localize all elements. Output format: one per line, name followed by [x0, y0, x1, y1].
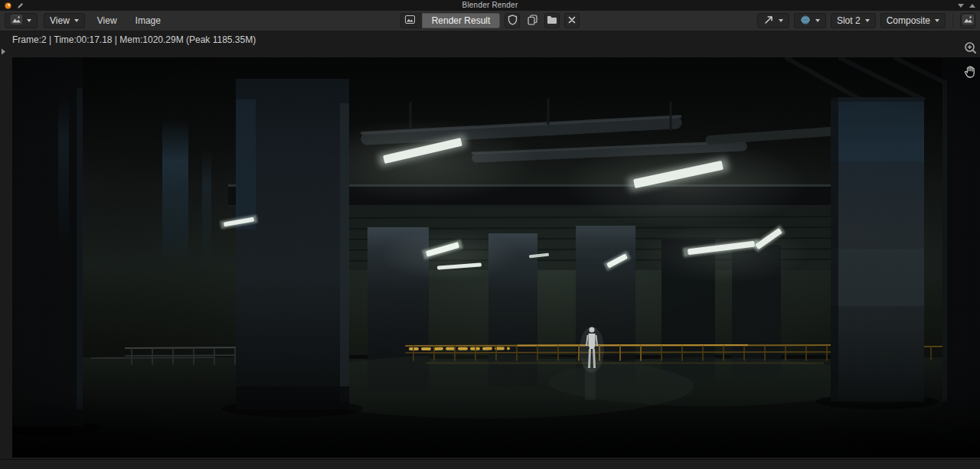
folder-icon: [547, 15, 557, 27]
image-browse-button[interactable]: [400, 13, 422, 28]
render-info-text: Frame:2 | Time:00:17.18 | Mem:1020.29M (…: [12, 34, 256, 45]
editor-type-dropdown[interactable]: [5, 13, 38, 28]
chevron-down-icon: [74, 19, 79, 22]
menu-image[interactable]: Image: [129, 15, 167, 26]
gizmos-dropdown[interactable]: [757, 13, 789, 28]
chevron-down-icon: [935, 19, 939, 22]
window-shade-up-icon[interactable]: [969, 4, 975, 8]
menu-view[interactable]: View: [91, 15, 123, 26]
render-pass-dropdown[interactable]: Composite: [880, 13, 946, 28]
image-datablock: Render Result: [400, 13, 501, 28]
chevron-down-icon: [815, 19, 820, 22]
image-editor-header: View View Image Render Result: [0, 11, 980, 31]
chevron-down-icon: [865, 19, 870, 22]
gizmo-arrow-icon: [763, 15, 774, 28]
fake-user-button[interactable]: [505, 13, 520, 28]
status-bar: [0, 459, 980, 469]
titlebar: Blender Render: [0, 0, 980, 11]
shield-icon: [508, 15, 518, 28]
image-name-field[interactable]: Render Result: [422, 13, 501, 28]
open-image-button[interactable]: [544, 13, 560, 28]
hand-icon[interactable]: [963, 64, 977, 78]
render-slot-label: Slot 2: [837, 15, 861, 26]
close-x-icon: [568, 15, 576, 26]
image-editor-icon: [11, 15, 22, 27]
edit-pencil-icon: [17, 0, 24, 12]
display-channels-dropdown[interactable]: [794, 13, 826, 28]
unlink-image-button[interactable]: [564, 13, 580, 28]
expand-arrow-icon[interactable]: [1, 44, 6, 58]
image-icon: [962, 15, 974, 27]
mode-dropdown-label: View: [50, 15, 70, 26]
window-shade-down-icon[interactable]: [958, 4, 964, 8]
rendered-image: [12, 57, 980, 458]
new-image-button[interactable]: [524, 13, 540, 28]
chevron-down-icon: [779, 19, 783, 22]
blender-app-icon: [5, 0, 11, 12]
image-browse-icon: [405, 15, 415, 26]
magnifier-plus-icon[interactable]: [963, 41, 977, 54]
sphere-icon: [800, 15, 811, 28]
render-pass-label: Composite: [887, 15, 930, 26]
render-slot-dropdown[interactable]: Slot 2: [831, 13, 876, 28]
header-separator: [952, 14, 953, 28]
viewport-gizmos: [963, 41, 977, 78]
render-display-button[interactable]: [960, 13, 975, 28]
mode-dropdown[interactable]: View: [44, 13, 85, 28]
blender-window: Blender Render View View Image: [0, 0, 980, 469]
chevron-down-icon: [27, 19, 31, 22]
duplicate-icon: [528, 15, 537, 28]
image-editor-viewport[interactable]: Frame:2 | Time:00:17.18 | Mem:1020.29M (…: [0, 31, 980, 459]
window-title: Blender Render: [0, 1, 980, 9]
